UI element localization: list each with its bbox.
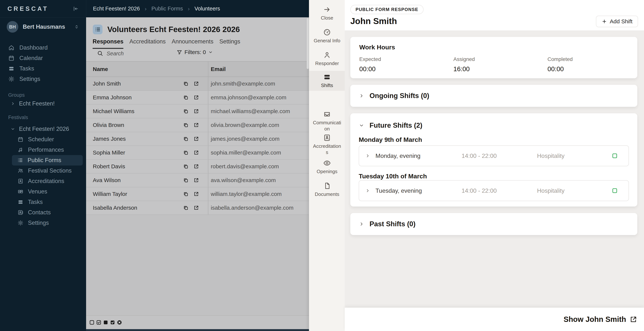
- sidebar-item-scheduler[interactable]: Scheduler: [0, 134, 86, 145]
- table-row[interactable]: Sophia Millersophia.miller@example.com: [86, 146, 309, 160]
- volunteer-email: sophia.miller@example.com: [211, 150, 281, 156]
- sidebar-item-public-forms[interactable]: Public Forms: [12, 155, 83, 166]
- nav-label: Close: [321, 15, 333, 21]
- drawer-nav-shifts[interactable]: Shifts: [309, 71, 345, 91]
- volunteer-name: Olivia Brown: [93, 122, 124, 128]
- open-in-new-icon[interactable]: [194, 108, 199, 114]
- search-filter-row: Filters: 0: [86, 45, 309, 62]
- breadcrumb-festival[interactable]: Echt Feesten! 2026: [93, 6, 140, 12]
- future-shifts-header[interactable]: Future Shifts (2): [359, 122, 422, 129]
- search-input[interactable]: [106, 49, 163, 58]
- shift-checkbox-icon[interactable]: [612, 153, 618, 159]
- document-icon: [323, 182, 331, 190]
- table-row[interactable]: James Jonesjames.jones@example.com: [86, 132, 309, 146]
- sidebar-item-accreditations[interactable]: Accreditations: [0, 176, 86, 186]
- duplicate-icon[interactable]: [183, 178, 188, 183]
- volunteer-name: Robert Davis: [93, 163, 125, 170]
- past-shifts-section[interactable]: Past Shifts (0): [350, 213, 637, 235]
- show-responder-link[interactable]: Show John Smith: [564, 315, 637, 324]
- page-title: Volunteers Echt Feesten! 2026 2026: [107, 25, 240, 34]
- drawer-nav-openings[interactable]: Openings: [309, 157, 345, 177]
- sidebar-item-settings[interactable]: Settings: [0, 74, 86, 84]
- table-row[interactable]: Ava Wilsonava.wilson@example.com: [86, 174, 309, 187]
- filters-button[interactable]: Filters: 0: [177, 49, 213, 55]
- sub-item-label: Public Forms: [28, 157, 61, 164]
- sidebar-item-festival-sections[interactable]: Festival Sections: [0, 166, 86, 176]
- table-row[interactable]: Olivia Brownolivia.brown@example.com: [86, 118, 309, 132]
- contact-card-icon: [18, 210, 24, 216]
- table-row[interactable]: John Smithjohn.smith@example.com: [86, 77, 309, 91]
- future-shifts-section: Future Shifts (2) Monday 9th of March Mo…: [350, 113, 637, 206]
- duplicate-icon[interactable]: [183, 136, 188, 142]
- open-in-new-icon[interactable]: [194, 150, 199, 156]
- open-in-new-icon[interactable]: [194, 136, 199, 142]
- sidebar-festival-echt-feesten-2026[interactable]: Echt Feesten! 2026: [0, 124, 86, 134]
- shift-checkbox-icon[interactable]: [612, 188, 618, 194]
- duplicate-icon[interactable]: [183, 95, 188, 100]
- volunteer-email: james.jones@example.com: [211, 136, 280, 142]
- shift-section: Hospitality: [537, 187, 564, 194]
- open-in-new-icon[interactable]: [194, 205, 199, 210]
- sidebar-item-contacts[interactable]: Contacts: [0, 207, 86, 218]
- add-shift-button[interactable]: Add Shift: [596, 16, 638, 27]
- drawer-nav-documents[interactable]: Documents: [309, 180, 345, 200]
- sidebar-item-venues[interactable]: Venues: [0, 186, 86, 197]
- drawer-nav-responder[interactable]: Responder: [309, 49, 345, 69]
- sidebar-item-tasks[interactable]: Tasks: [0, 63, 86, 74]
- breadcrumb-volunteers[interactable]: Volunteers: [194, 6, 220, 12]
- horizontal-scrollbar[interactable]: [86, 329, 309, 331]
- duplicate-icon[interactable]: [183, 81, 188, 86]
- column-divider: [208, 118, 208, 132]
- drawer-nav-accreditations[interactable]: Accreditations: [309, 132, 345, 158]
- sidebar-item-calendar[interactable]: Calendar: [0, 53, 86, 63]
- open-in-new-icon[interactable]: [194, 164, 199, 169]
- collapse-sidebar-icon[interactable]: [72, 6, 79, 12]
- open-in-new-icon[interactable]: [194, 191, 199, 197]
- future-shifts-title: Future Shifts (2): [370, 122, 422, 129]
- table-row[interactable]: Emma Johnsonemma.johnson@example.com: [86, 91, 309, 104]
- open-in-new-icon[interactable]: [194, 95, 199, 100]
- sidebar-item-dashboard[interactable]: Dashboard: [0, 42, 86, 53]
- open-in-new-icon[interactable]: [194, 178, 199, 183]
- duplicate-icon[interactable]: [183, 205, 188, 210]
- shift-row[interactable]: Monday, evening 14:00 - 22:00 Hospitalit…: [359, 145, 629, 166]
- person-icon: [323, 51, 331, 59]
- drawer-nav-close[interactable]: Close: [309, 3, 345, 23]
- sidebar-header: CRESCAT: [0, 0, 86, 18]
- user-menu[interactable]: BH Bert Hausmans: [0, 20, 86, 34]
- column-header-name[interactable]: Name: [93, 66, 108, 72]
- table-row[interactable]: Michael Williamsmichael.williams@example…: [86, 104, 309, 118]
- sub-item-label: Tasks: [28, 199, 43, 206]
- festival-label: Echt Feesten! 2026: [19, 126, 69, 132]
- table-row[interactable]: William Taylorwilliam.taylor@example.com: [86, 187, 309, 201]
- table-row[interactable]: Isabella Andersonisabella.anderson@examp…: [86, 201, 309, 215]
- duplicate-icon[interactable]: [183, 191, 188, 197]
- drawer-nav-communication[interactable]: Communication: [309, 108, 345, 134]
- sidebar-item-tasks[interactable]: Tasks: [0, 197, 86, 207]
- open-in-new-icon[interactable]: [194, 122, 199, 128]
- breadcrumb-public-forms[interactable]: Public Forms: [152, 6, 183, 12]
- chevron-right-icon[interactable]: [365, 188, 370, 193]
- nav-label: Openings: [316, 168, 337, 175]
- drawer-nav-general-info[interactable]: General Info: [309, 26, 345, 46]
- sidebar-item-settings-festival[interactable]: Settings: [0, 218, 86, 228]
- column-divider: [208, 104, 208, 118]
- duplicate-icon[interactable]: [183, 122, 188, 128]
- shift-row[interactable]: Tuesday, evening 14:00 - 22:00 Hospitali…: [359, 180, 629, 201]
- drawer-header: PUBLIC FORM RESPONSE John Smith Add Shif…: [345, 0, 644, 30]
- drawer-nav: Close General Info Responder Shifts Comm…: [309, 0, 345, 331]
- column-divider: [208, 77, 208, 90]
- ongoing-shifts-section[interactable]: Ongoing Shifts (0): [350, 85, 637, 107]
- open-in-new-icon[interactable]: [194, 81, 199, 86]
- plus-icon: [602, 19, 607, 24]
- duplicate-icon[interactable]: [183, 150, 188, 156]
- sidebar-item-performances[interactable]: Performances: [0, 145, 86, 155]
- chevron-right-icon[interactable]: [365, 153, 370, 158]
- duplicate-icon[interactable]: [183, 164, 188, 169]
- sidebar-group-echt-feesten[interactable]: Echt Feesten!: [0, 98, 86, 109]
- duplicate-icon[interactable]: [183, 108, 188, 114]
- column-header-email[interactable]: Email: [211, 66, 226, 72]
- vertical-scrollbar-thumb[interactable]: [307, 18, 309, 69]
- nav-label: Responder: [315, 60, 339, 66]
- table-row[interactable]: Robert Davisrobert.davis@example.com: [86, 160, 309, 174]
